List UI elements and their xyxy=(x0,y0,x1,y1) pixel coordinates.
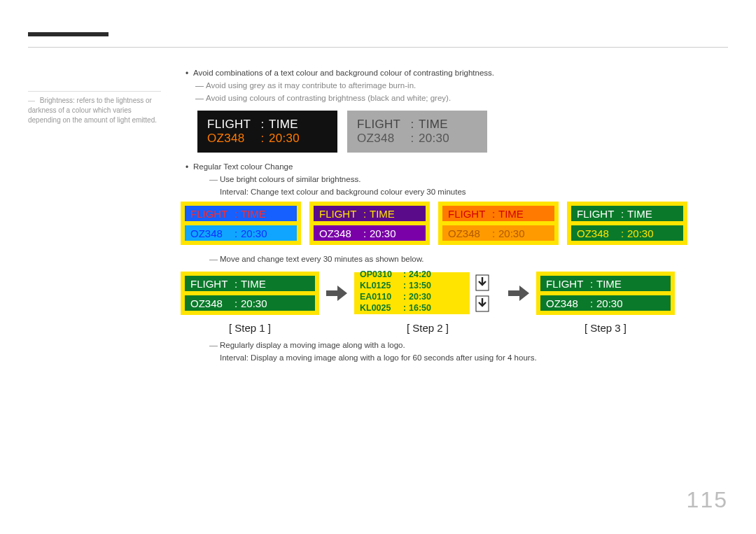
sidenote-brightness: ― Brightness: refers to the lightness or… xyxy=(28,91,161,125)
colour-cards-row: FLIGHT:TIME OZ348:20:30 FLIGHT:TIME OZ34… xyxy=(181,202,692,245)
header-rule xyxy=(28,47,728,48)
step2-label: [ Step 2 ] xyxy=(354,322,501,334)
bullet-avoid-combinations: • Avoid combinations of a text colour an… xyxy=(181,69,692,78)
bullet-avoid-grey: ― Avoid using grey as it may contribute … xyxy=(181,81,692,91)
bullet-avoid-contrast: ― Avoid using colours of contrasting bri… xyxy=(181,94,692,104)
panel-black: FLIGHT : TIME OZ348 : 20:30 xyxy=(197,111,337,153)
step3-box: FLIGHT:TIME OZ348:20:30 [ Step 3 ] xyxy=(536,272,675,334)
panel-grey: FLIGHT : TIME OZ348 : 20:30 xyxy=(347,111,487,153)
dash-marker: ― xyxy=(193,81,206,91)
bullet-marker: • xyxy=(181,69,193,78)
step1-label: [ Step 1 ] xyxy=(181,322,319,334)
step2-box: OP0310:24:20 KL0125:13:50 EA0110:20:30 K… xyxy=(354,272,501,334)
arrow-down-icon xyxy=(475,274,489,291)
bullet-use-bright: ― Use bright colours of similar brightne… xyxy=(181,175,692,185)
page-number: 115 xyxy=(687,487,728,513)
arrow-right-icon xyxy=(326,272,347,315)
arrow-right-icon xyxy=(508,272,529,315)
card-purple: FLIGHT:TIME OZ348:20:30 xyxy=(309,202,430,245)
step1-box: FLIGHT:TIME OZ348:20:30 [ Step 1 ] xyxy=(181,272,319,334)
card-blue: FLIGHT:TIME OZ348:20:30 xyxy=(181,202,301,245)
main-content: • Avoid combinations of a text colour an… xyxy=(181,69,692,365)
bullet-moving-image: ― Regularly display a moving image along… xyxy=(181,341,692,351)
bullet-regular-text-change: • Regular Text colour Change xyxy=(181,162,692,172)
down-arrows xyxy=(475,272,489,315)
step2-list: OP0310:24:20 KL0125:13:50 EA0110:20:30 K… xyxy=(354,272,470,314)
card-green: FLIGHT:TIME OZ348:20:30 xyxy=(567,202,687,245)
step3-label: [ Step 3 ] xyxy=(536,322,675,334)
card-orange: FLIGHT:TIME OZ348:20:30 xyxy=(438,202,559,245)
sidenote-dash: ― xyxy=(28,97,35,104)
example-panels-contrast: FLIGHT : TIME OZ348 : 20:30 FLIGHT : TIM… xyxy=(197,111,692,153)
bullet-interval-30min: Interval: Change text colour and backgro… xyxy=(181,188,692,196)
sidenote-text: Brightness: refers to the lightness or d… xyxy=(28,97,157,124)
bullet-move-change: ― Move and change text every 30 minutes … xyxy=(181,255,692,265)
header-accent-bar xyxy=(28,32,108,36)
arrow-down-icon xyxy=(475,295,489,312)
bullet-interval-4hours: Interval: Display a moving image along w… xyxy=(181,353,692,362)
steps-row: FLIGHT:TIME OZ348:20:30 [ Step 1 ] OP031… xyxy=(181,272,692,334)
